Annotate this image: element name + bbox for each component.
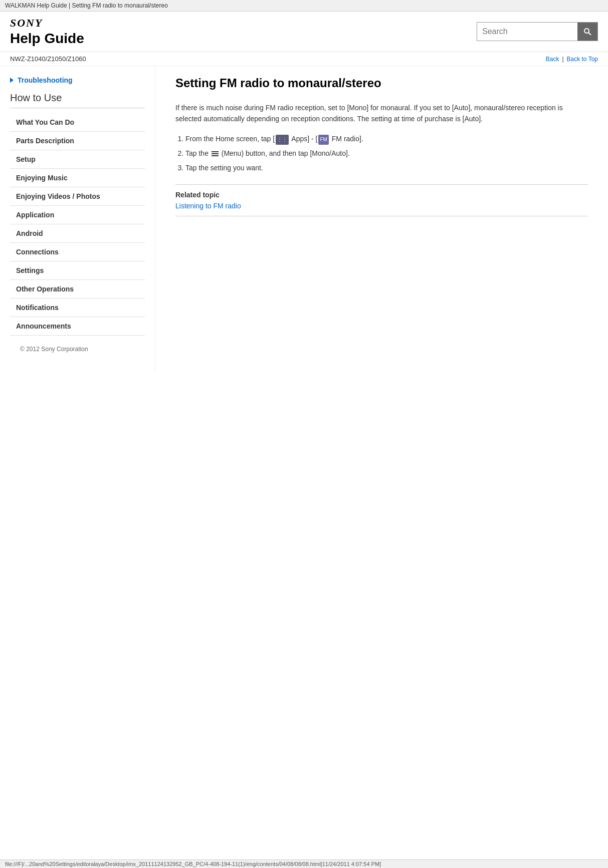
- sony-logo: SONY: [10, 17, 84, 30]
- content-area: Troubleshooting How to Use What You Can …: [0, 66, 608, 373]
- sidebar-item-enjoying-videos-photos[interactable]: Enjoying Videos / Photos: [10, 187, 145, 206]
- search-button[interactable]: [577, 23, 597, 41]
- fm-radio-icon: FM: [318, 135, 328, 145]
- logo-area: SONY Help Guide: [10, 17, 84, 47]
- help-guide-title: Help Guide: [10, 31, 84, 47]
- sidebar-item-notifications[interactable]: Notifications: [10, 299, 145, 317]
- search-area: [477, 22, 598, 41]
- nav-separator: |: [562, 56, 563, 63]
- troubleshooting-label: Troubleshooting: [18, 76, 73, 84]
- svg-point-0: [584, 29, 589, 33]
- device-model: NWZ-Z1040/Z1050/Z1060: [10, 55, 86, 63]
- search-input[interactable]: [477, 24, 577, 39]
- related-topic-section: Related topic Listening to FM radio: [175, 184, 588, 216]
- step-1: From the Home screen, tap [⋮⋮ Apps] - [F…: [185, 133, 588, 145]
- svg-line-1: [588, 33, 591, 35]
- related-topic-link[interactable]: Listening to FM radio: [175, 202, 241, 210]
- nav-links: Back | Back to Top: [546, 56, 598, 63]
- apps-icon: ⋮⋮: [276, 135, 289, 145]
- back-to-top-link[interactable]: Back to Top: [567, 56, 598, 63]
- how-to-use-heading: How to Use: [10, 92, 145, 108]
- article-title: Setting FM radio to monaural/stereo: [175, 76, 588, 94]
- sidebar-item-announcements[interactable]: Announcements: [10, 317, 145, 336]
- sidebar-item-android[interactable]: Android: [10, 224, 145, 243]
- browser-title-text: WALKMAN Help Guide | Setting FM radio to…: [5, 2, 168, 9]
- browser-title-bar: WALKMAN Help Guide | Setting FM radio to…: [0, 0, 608, 12]
- menu-icon: [212, 151, 219, 156]
- sidebar-item-settings[interactable]: Settings: [10, 261, 145, 280]
- sidebar: Troubleshooting How to Use What You Can …: [0, 66, 155, 373]
- related-topic-label: Related topic: [175, 191, 588, 199]
- copyright-notice: © 2012 Sony Corporation: [10, 336, 145, 363]
- main-content: Setting FM radio to monaural/stereo If t…: [155, 66, 608, 373]
- sidebar-item-other-operations[interactable]: Other Operations: [10, 280, 145, 299]
- sidebar-item-what-you-can-do[interactable]: What You Can Do: [10, 113, 145, 132]
- nav-bar: NWZ-Z1040/Z1050/Z1060 Back | Back to Top: [0, 52, 608, 66]
- troubleshooting-link[interactable]: Troubleshooting: [10, 76, 145, 84]
- article-intro: If there is much noise during FM radio r…: [175, 102, 588, 125]
- search-icon: [583, 28, 591, 36]
- step-2: Tap the (Menu) button, and then tap [Mon…: [185, 147, 588, 160]
- steps-list: From the Home screen, tap [⋮⋮ Apps] - [F…: [185, 133, 588, 175]
- sidebar-item-setup[interactable]: Setup: [10, 150, 145, 169]
- back-link[interactable]: Back: [546, 56, 559, 63]
- sidebar-item-connections[interactable]: Connections: [10, 243, 145, 261]
- sidebar-item-enjoying-music[interactable]: Enjoying Music: [10, 169, 145, 187]
- chevron-right-icon: [10, 78, 14, 83]
- sidebar-item-parts-description[interactable]: Parts Description: [10, 132, 145, 150]
- step-3: Tap the setting you want.: [185, 162, 588, 174]
- page-header: SONY Help Guide: [0, 12, 608, 52]
- sidebar-item-application[interactable]: Application: [10, 206, 145, 224]
